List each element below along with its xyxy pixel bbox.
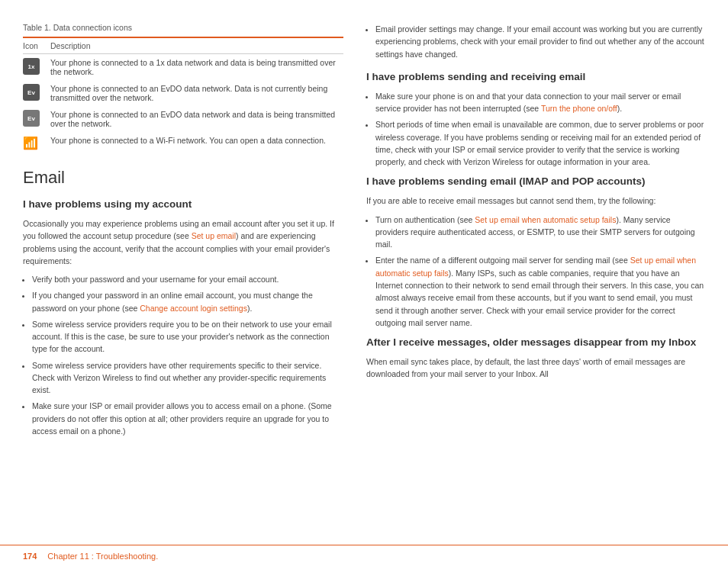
auth-text-before: Turn on authentication (see [375,215,475,224]
page-number: 174 [23,552,37,561]
bullet-text-after: ). [617,104,622,113]
setup-email-auto-fail-link1[interactable]: Set up email when automatic setup fails [475,215,616,224]
subsection1-title: I have problems using my account [23,198,343,210]
left-column: Table 1. Data connection icons Icon Desc… [23,23,343,542]
table-row: Ev Your phone is connected to an EvDO da… [23,80,343,106]
subsection1-intro: Occasionally you may experience problems… [23,217,343,267]
bullet-text-before: Make sure your phone is on and that your… [375,92,681,113]
list-item: If you changed your password in an onlin… [32,289,343,314]
footer: 174 Chapter 11 : Troubleshooting. [0,545,728,563]
description-cell: Your phone is connected to an EvDO data … [50,106,343,132]
imap-pop-bullets: Turn on authentication (see Set up email… [375,214,705,329]
messages-disappear-intro: When email sync takes place, by default,… [366,355,705,381]
description-cell: Your phone is connected to a Wi-Fi netwo… [50,132,343,154]
imap-pop-intro: If you are able to receive email message… [366,195,705,207]
ev2-icon: Ev [23,110,40,127]
table-row: 1x Your phone is connected to a 1x data … [23,54,343,81]
table-title: Table 1. Data connection icons [23,23,343,32]
icon-cell: Ev [23,106,50,132]
ev-icon: Ev [23,84,40,101]
description-cell: Your phone is connected to an EvDO data … [50,80,343,106]
sending-receiving-bullets: Make sure your phone is on and that your… [375,90,705,169]
setup-email-link[interactable]: Set up email [192,231,236,240]
1x-icon: 1x [23,58,40,75]
messages-disappear-title: After I receive messages, older messages… [366,336,705,348]
imap-pop-title: I have problems sending email (IMAP and … [366,175,705,187]
sending-receiving-title: I have problems sending and receiving em… [366,71,705,82]
data-connection-table: Icon Description 1x Your phone is connec… [23,37,343,154]
icon-cell: Ev [23,80,50,106]
icon-cell: 1x [23,54,50,81]
provider-bullet-list: Email provider settings may change. If y… [375,23,705,60]
subsection1-bullets: Verify both your password and your usern… [32,273,343,437]
description-cell: Your phone is connected to a 1x data net… [50,54,343,81]
chapter-label: Chapter 11 : Troubleshooting. [47,552,158,561]
list-item: Some wireless service providers require … [32,318,343,355]
bullet2-end: ). [247,304,252,313]
turn-phone-link[interactable]: Turn the phone on/off [541,104,617,113]
list-item: Short periods of time when email is unav… [375,118,705,168]
outgoing-text-before: Enter the name of a different outgoing m… [375,256,630,265]
list-item: Some wireless service providers have oth… [32,359,343,397]
page-content: Table 1. Data connection icons Icon Desc… [0,0,728,542]
wifi-icon: 📶 [23,137,38,150]
list-item: Turn on authentication (see Set up email… [375,214,705,251]
col-icon: Icon [23,37,50,54]
change-account-link[interactable]: Change account login settings [140,304,247,313]
icon-cell: 📶 [23,132,50,154]
right-column: Email provider settings may change. If y… [366,23,705,542]
list-item: Make sure your phone is on and that your… [375,90,705,115]
list-item: Verify both your password and your usern… [32,273,343,285]
list-item: Make sure your ISP or email provider all… [32,400,343,437]
list-item: Email provider settings may change. If y… [375,23,705,60]
table-row: Ev Your phone is connected to an EvDO da… [23,106,343,132]
table-row: 📶 Your phone is connected to a Wi-Fi net… [23,132,343,154]
list-item: Enter the name of a different outgoing m… [375,254,705,329]
col-description: Description [50,37,343,54]
email-section-title: Email [23,168,343,188]
